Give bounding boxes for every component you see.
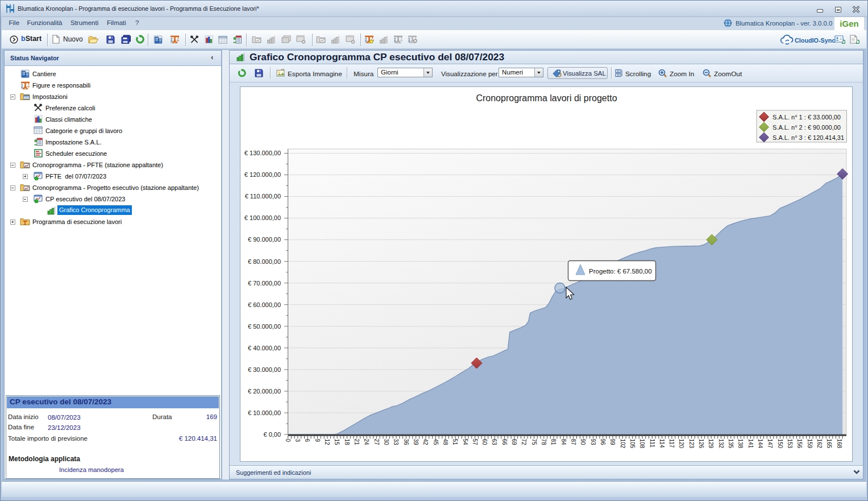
svg-text:75: 75 bbox=[531, 439, 537, 446]
svg-text:S.A.L. n° 2 : € 90.000,00: S.A.L. n° 2 : € 90.000,00 bbox=[773, 124, 841, 131]
svg-text:99: 99 bbox=[609, 439, 616, 446]
svg-text:135: 135 bbox=[728, 439, 734, 449]
svg-text:€ 30.000,00: € 30.000,00 bbox=[248, 366, 281, 373]
svg-text:12: 12 bbox=[324, 439, 330, 446]
svg-text:18: 18 bbox=[344, 439, 350, 446]
svg-text:39: 39 bbox=[413, 439, 419, 446]
svg-text:€ 50.000,00: € 50.000,00 bbox=[248, 323, 281, 330]
svg-text:117: 117 bbox=[668, 439, 675, 448]
svg-text:Progetto: € 67.580,00: Progetto: € 67.580,00 bbox=[589, 268, 652, 275]
svg-text:144: 144 bbox=[757, 439, 763, 449]
svg-text:54: 54 bbox=[462, 439, 468, 446]
svg-text:51: 51 bbox=[452, 439, 458, 446]
svg-text:33: 33 bbox=[393, 439, 399, 446]
svg-text:84: 84 bbox=[560, 439, 567, 446]
svg-text:63: 63 bbox=[491, 439, 497, 446]
svg-text:6: 6 bbox=[304, 439, 310, 442]
svg-text:93: 93 bbox=[590, 439, 596, 446]
svg-text:42: 42 bbox=[422, 439, 429, 446]
svg-text:156: 156 bbox=[796, 439, 803, 449]
svg-text:138: 138 bbox=[737, 439, 744, 449]
svg-text:66: 66 bbox=[501, 439, 508, 446]
svg-text:168: 168 bbox=[836, 439, 842, 449]
svg-text:45: 45 bbox=[433, 439, 439, 446]
svg-text:27: 27 bbox=[373, 439, 380, 446]
svg-text:€ 60.000,00: € 60.000,00 bbox=[248, 301, 281, 308]
svg-text:120: 120 bbox=[678, 439, 684, 449]
svg-text:€ 120.000,00: € 120.000,00 bbox=[244, 171, 281, 178]
svg-text:9: 9 bbox=[314, 439, 321, 442]
svg-text:€ 110.000,00: € 110.000,00 bbox=[245, 193, 281, 200]
svg-text:Cronoprogramma lavori di proge: Cronoprogramma lavori di progetto bbox=[476, 93, 617, 103]
svg-text:60: 60 bbox=[481, 439, 488, 446]
svg-text:114: 114 bbox=[659, 439, 665, 448]
svg-text:15: 15 bbox=[334, 439, 340, 446]
svg-text:87: 87 bbox=[570, 439, 576, 446]
svg-text:81: 81 bbox=[550, 439, 556, 446]
svg-text:S.A.L. n° 3 : € 120.414,31: S.A.L. n° 3 : € 120.414,31 bbox=[773, 134, 844, 141]
svg-text:57: 57 bbox=[472, 439, 478, 446]
svg-text:102: 102 bbox=[620, 439, 626, 449]
svg-text:111: 111 bbox=[649, 439, 655, 448]
svg-text:108: 108 bbox=[639, 439, 645, 449]
svg-text:69: 69 bbox=[511, 439, 517, 446]
svg-text:€ 0,00: € 0,00 bbox=[264, 431, 281, 438]
svg-text:90: 90 bbox=[580, 439, 586, 446]
svg-text:€ 40.000,00: € 40.000,00 bbox=[248, 345, 281, 351]
svg-text:132: 132 bbox=[718, 439, 724, 449]
svg-text:129: 129 bbox=[708, 439, 714, 449]
svg-text:78: 78 bbox=[541, 439, 547, 446]
svg-text:165: 165 bbox=[826, 439, 832, 449]
svg-text:€ 80.000,00: € 80.000,00 bbox=[248, 258, 281, 265]
svg-text:72: 72 bbox=[521, 439, 527, 446]
svg-text:126: 126 bbox=[698, 439, 704, 449]
svg-text:S.A.L. n° 1 : € 33.000,00: S.A.L. n° 1 : € 33.000,00 bbox=[773, 114, 841, 121]
svg-text:147: 147 bbox=[767, 439, 773, 449]
svg-text:162: 162 bbox=[816, 439, 823, 449]
svg-text:21: 21 bbox=[354, 439, 360, 446]
svg-text:€ 20.000,00: € 20.000,00 bbox=[248, 388, 281, 395]
svg-text:123: 123 bbox=[688, 439, 695, 449]
svg-text:€ 100.000,00: € 100.000,00 bbox=[244, 214, 281, 221]
svg-text:30: 30 bbox=[383, 439, 389, 446]
svg-text:24: 24 bbox=[363, 439, 369, 446]
svg-text:3: 3 bbox=[294, 439, 301, 442]
svg-text:€ 90.000,00: € 90.000,00 bbox=[248, 236, 281, 243]
svg-text:159: 159 bbox=[807, 439, 813, 449]
svg-text:36: 36 bbox=[403, 439, 409, 446]
svg-text:48: 48 bbox=[442, 439, 448, 446]
svg-text:€ 130.000,00: € 130.000,00 bbox=[244, 150, 281, 156]
svg-text:141: 141 bbox=[747, 439, 754, 449]
svg-text:96: 96 bbox=[600, 439, 606, 446]
svg-text:€ 10.000,00: € 10.000,00 bbox=[248, 409, 281, 416]
svg-text:€ 70.000,00: € 70.000,00 bbox=[248, 280, 281, 287]
svg-text:0: 0 bbox=[285, 439, 291, 442]
svg-text:150: 150 bbox=[777, 439, 783, 449]
svg-text:153: 153 bbox=[787, 439, 793, 449]
svg-text:105: 105 bbox=[629, 439, 636, 449]
